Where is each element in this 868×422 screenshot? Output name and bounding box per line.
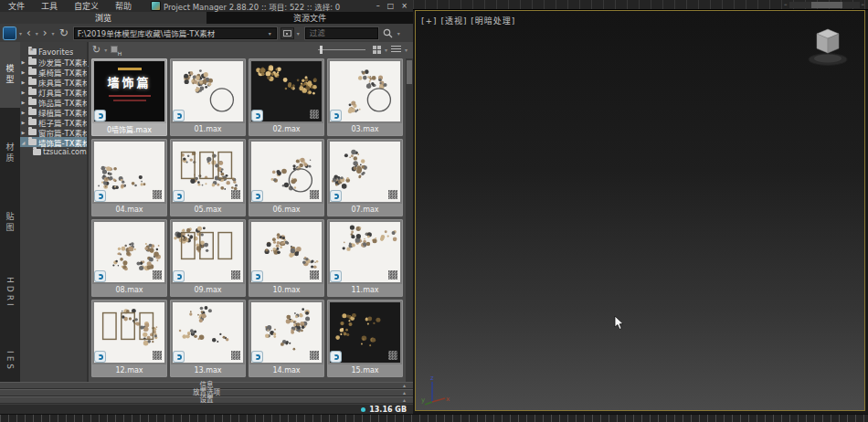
tree-item-folder-5[interactable]: ▶绿植篇-TX素材 <box>20 107 87 117</box>
merge-file-icon[interactable]: H <box>111 46 121 55</box>
back-button[interactable]: ‹ <box>25 27 33 38</box>
collapsed-icon[interactable]: ▶ <box>20 69 26 75</box>
search-button[interactable] <box>382 26 395 39</box>
qr-code <box>231 351 240 360</box>
file-card[interactable]: 04.max <box>91 139 167 216</box>
time-scroll-track[interactable] <box>789 2 860 8</box>
viewcube[interactable] <box>806 22 850 68</box>
preview-mode-button[interactable] <box>281 27 294 39</box>
tab-browse[interactable]: 浏览 <box>0 12 206 24</box>
forward-button[interactable]: › <box>41 27 49 38</box>
file-thumbnail <box>251 302 322 363</box>
menu-item-2[interactable]: 自定义 <box>66 0 107 12</box>
chevron-down-icon[interactable]: ▾ <box>17 30 24 37</box>
file-card[interactable]: 墙饰篇0墙饰篇.max <box>91 58 167 136</box>
tree-item-folder-7[interactable]: ▶窗帘篇-TX素材 <box>20 127 87 137</box>
thumbnail-toolbar: ↻ ▾ H ▾ ▾ <box>89 42 413 58</box>
tree-item-folder-8[interactable]: ◢墙饰篇-TX素材 <box>20 137 87 147</box>
tree-item-subfolder[interactable]: tzsucai.com <box>20 147 87 157</box>
collapsed-icon[interactable]: ▶ <box>20 79 26 85</box>
collapsed-icon[interactable]: ▶ <box>20 130 26 135</box>
tab-asset-files[interactable]: 资源文件 <box>206 12 413 24</box>
scroll-right-icon[interactable]: – <box>862 2 865 8</box>
minimize-button[interactable]: – <box>376 2 380 10</box>
file-thumbnail <box>330 302 400 363</box>
scrollbar-thumb[interactable] <box>407 60 412 84</box>
menu-item-1[interactable]: 工具 <box>33 0 66 12</box>
chevron-down-icon[interactable]: ▾ <box>34 30 40 37</box>
collapsed-icon[interactable]: ▶ <box>20 100 26 105</box>
file-card[interactable]: 10.max <box>249 219 324 297</box>
tree-item-folder-4[interactable]: ▶饰品篇-TX素材 <box>20 97 87 107</box>
refresh-button[interactable]: ↻ <box>58 27 70 38</box>
file-name: 0墙饰篇.max <box>92 123 166 135</box>
file-card[interactable]: 14.max <box>249 300 324 377</box>
category-tab-0[interactable]: 模型 <box>0 42 20 108</box>
collapsed-icon[interactable]: ▶ <box>20 110 26 115</box>
file-card[interactable]: 11.max <box>327 219 403 297</box>
rollout-2[interactable]: 设置▴ <box>0 396 413 404</box>
collapsed-icon[interactable]: ▶ <box>20 120 26 125</box>
chevron-down-icon[interactable]: ▾ <box>403 47 409 53</box>
file-card[interactable]: 07.max <box>327 139 403 216</box>
chevron-down-icon[interactable]: ▾ <box>295 30 302 37</box>
menu-item-0[interactable]: 文件 <box>0 0 33 12</box>
thumbnail-size-slider[interactable] <box>318 46 365 54</box>
file-card[interactable]: 09.max <box>170 219 246 297</box>
sync-icon[interactable]: ↻ <box>92 45 101 55</box>
file-card[interactable]: 08.max <box>91 219 167 297</box>
file-thumbnail: 墙饰篇 <box>94 61 164 121</box>
time-track-bar[interactable] <box>0 414 868 422</box>
close-button[interactable]: × <box>401 2 408 10</box>
tree-item-folder-6[interactable]: ▶柜子篇-TX素材 <box>20 117 87 127</box>
max-file-icon <box>95 191 105 201</box>
thumbnail-panel: ↻ ▾ H ▾ ▾ 墙饰篇0墙饰篇.max01.max02.max03.max0… <box>89 42 413 382</box>
category-tab-3[interactable]: HDRI <box>0 265 20 320</box>
file-card[interactable]: 05.max <box>170 139 246 216</box>
file-card[interactable]: 06.max <box>249 139 324 216</box>
track-bar-top[interactable]: – – <box>413 0 868 10</box>
file-name: 03.max <box>328 123 402 135</box>
time-scrollbar[interactable]: – – <box>784 2 864 8</box>
thumbnail-scrollbar[interactable] <box>406 58 413 382</box>
file-thumbnail <box>94 222 164 282</box>
category-tab-1[interactable]: 材质 <box>0 126 20 181</box>
tree-item-folder-0[interactable]: ▶沙发篇-TX素材 <box>20 57 87 67</box>
filter-input[interactable] <box>305 27 378 39</box>
collapsed-icon[interactable]: ▶ <box>20 59 26 65</box>
scroll-left-icon[interactable]: – <box>784 2 788 8</box>
status-bar: 13.16 GB <box>0 405 413 414</box>
file-card[interactable]: 03.max <box>327 58 403 136</box>
file-card[interactable]: 15.max <box>327 300 403 377</box>
perspective-viewport[interactable]: [+] [透视] [明暗处理] z y x <box>415 10 865 411</box>
chevron-down-icon[interactable]: ▾ <box>396 30 402 37</box>
chevron-down-icon[interactable]: ▾ <box>50 30 57 37</box>
category-tab-4[interactable]: IES <box>0 334 20 389</box>
folder-icon <box>28 139 37 145</box>
file-card[interactable]: 12.max <box>91 300 167 377</box>
max-app-icon[interactable] <box>4 27 16 39</box>
file-card[interactable]: 13.max <box>170 300 246 377</box>
viewport-label[interactable]: [+] [透视] [明暗处理] <box>421 15 515 26</box>
file-thumbnail <box>251 142 322 202</box>
tree-item-folder-2[interactable]: ▶床具篇-TX素材 <box>20 77 87 87</box>
file-card[interactable]: 01.max <box>170 58 246 136</box>
file-thumbnail <box>173 61 243 121</box>
project-manager-window: 文件工具自定义帮助 Project Manager 2.88.20 :: 项目:… <box>0 0 413 414</box>
chevron-down-icon[interactable]: ▾ <box>102 47 109 53</box>
category-tab-2[interactable]: 贴图 <box>0 195 20 250</box>
sort-list-icon[interactable] <box>391 46 401 54</box>
grid-view-icon[interactable] <box>373 46 381 54</box>
tree-item-folder-3[interactable]: ▶灯具篇-TX素材 <box>20 87 87 97</box>
expanded-icon[interactable]: ◢ <box>20 140 26 145</box>
address-combobox[interactable]: F:\2019单体模型库收藏\墙饰篇-TX素材 ▾ <box>74 27 277 39</box>
tree-item-folder-1[interactable]: ▶桌椅篇-TX素材 <box>20 67 87 77</box>
time-scroll-thumb[interactable] <box>811 2 842 8</box>
file-card[interactable]: 02.max <box>249 58 324 136</box>
maximize-button[interactable]: □ <box>387 2 395 10</box>
tree-item-favorites[interactable]: ★Favorites <box>20 47 87 57</box>
menu-item-3[interactable]: 帮助 <box>107 0 140 12</box>
collapsed-icon[interactable]: ▶ <box>20 90 26 95</box>
chevron-down-icon[interactable]: ▾ <box>383 47 389 53</box>
folder-icon <box>28 119 37 125</box>
